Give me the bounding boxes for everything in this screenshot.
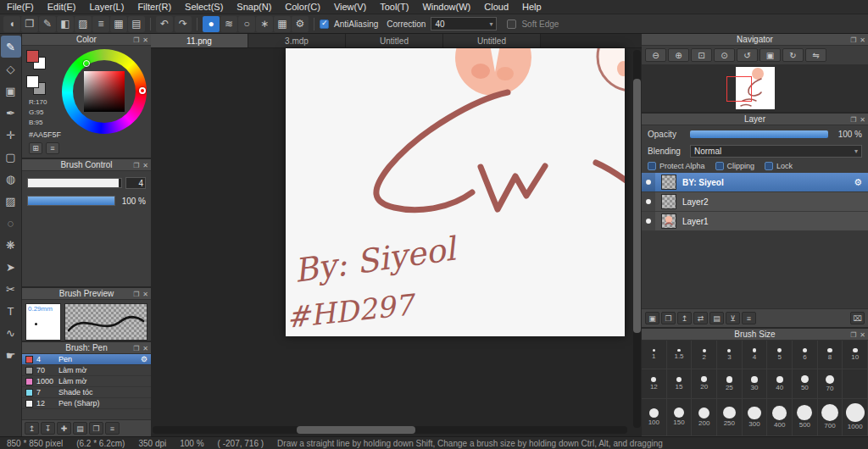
brush-size-option-1000[interactable]: 1000 [843, 399, 868, 437]
zoom-actual-icon[interactable]: ⊙ [714, 48, 735, 62]
brush-size-option-50[interactable]: 50 [793, 369, 818, 398]
brush-tool-icon[interactable]: ✎ [1, 36, 21, 58]
layer-settings-icon[interactable]: ≡ [742, 312, 756, 324]
menu-edit-e[interactable]: Edit(E) [41, 0, 83, 14]
layer-up-icon[interactable]: ↥ [677, 312, 692, 324]
menu-window-w[interactable]: Window(W) [415, 0, 477, 14]
brush-ring-icon[interactable]: ○ [238, 16, 255, 32]
brush-size-value[interactable]: 4 [125, 177, 146, 189]
protect-alpha-checkbox[interactable] [648, 162, 656, 170]
brush-row-pen-sharp[interactable]: 12Pen (Sharp) [22, 398, 151, 409]
layer-visibility-toggle[interactable] [642, 173, 655, 191]
brush-opacity-slider[interactable] [27, 196, 115, 206]
menu-help[interactable]: Help [515, 0, 548, 14]
brush-size-option-25[interactable]: 25 [717, 369, 743, 398]
float-panel-icon[interactable]: ❐ [850, 36, 856, 44]
eraser-tool-icon[interactable]: ◇ [1, 58, 21, 80]
hue-wheel[interactable] [62, 49, 147, 134]
saturation-value-square[interactable] [84, 71, 125, 112]
navigator-view-rectangle[interactable] [726, 76, 752, 102]
float-panel-icon[interactable]: ❐ [850, 116, 856, 124]
move-tool-icon[interactable]: ✛ [1, 124, 21, 146]
brush-circle-icon[interactable]: ● [203, 16, 220, 32]
menu-snap-n[interactable]: Snap(N) [230, 0, 278, 14]
text-tool-icon[interactable]: T [1, 300, 21, 322]
palette-button[interactable]: ⊞ [29, 142, 42, 154]
divide-tool-icon[interactable]: ✂ [1, 278, 21, 300]
sv-cursor[interactable] [83, 60, 90, 67]
float-panel-icon[interactable]: ❐ [133, 36, 139, 44]
brush-size-option-4[interactable]: 4 [743, 341, 768, 369]
new-layer-icon[interactable]: ▣ [645, 312, 659, 324]
brush-size-option-6[interactable]: 6 [793, 341, 818, 369]
vertical-scrollbar-thumb[interactable] [633, 79, 641, 333]
merge-layer-icon[interactable]: ⊻ [726, 312, 740, 324]
layer-settings-gear-icon[interactable]: ⚙ [854, 177, 862, 188]
brush-size-slider[interactable] [27, 178, 122, 188]
layer-visibility-toggle[interactable] [642, 212, 655, 230]
layer-opacity-slider[interactable] [690, 130, 828, 138]
close-panel-icon[interactable]: ✕ [860, 331, 865, 339]
delete-layer-icon[interactable]: ⌧ [850, 312, 865, 324]
brush-size-option-15[interactable]: 15 [667, 369, 693, 398]
brush-edit-gear-icon[interactable]: ⚙ [141, 355, 147, 363]
secondary-fg-swatch[interactable] [26, 75, 39, 88]
close-panel-icon[interactable]: ✕ [142, 291, 148, 298]
layer-row-layer1[interactable]: Layer1 [642, 212, 868, 231]
blending-dropdown[interactable]: Normal ▾ [690, 145, 862, 158]
brush-size-option-300[interactable]: 300 [743, 399, 768, 437]
duplicate-layer-icon[interactable]: ❐ [661, 312, 676, 324]
brush-up-icon[interactable]: ↥ [25, 422, 39, 435]
brush-row-l-m-m[interactable]: 1000Làm mờ [22, 376, 151, 387]
menu-layer-l[interactable]: Layer(L) [82, 0, 131, 14]
brush-size-option-12[interactable]: 12 [642, 369, 667, 398]
layer-transfer-icon[interactable]: ⇄ [693, 312, 708, 324]
grid-icon[interactable]: ▦ [110, 16, 127, 32]
horizontal-scrollbar[interactable] [153, 426, 627, 434]
clipboard-icon[interactable]: ❐ [21, 16, 38, 32]
brush-size-option-500[interactable]: 500 [793, 399, 818, 437]
soft-edge-checkbox[interactable] [507, 19, 516, 29]
brush-down-icon[interactable]: ↧ [41, 422, 55, 435]
zoom-in-icon[interactable]: ⊕ [668, 48, 689, 62]
gradient-tool-icon[interactable]: ▨ [1, 190, 21, 212]
rect-select-tool-icon[interactable]: ▢ [1, 146, 21, 168]
bucket-tool-icon[interactable]: ◍ [1, 168, 21, 190]
brush-size-option-70[interactable]: 70 [818, 369, 843, 398]
antialiasing-checkbox[interactable] [320, 19, 329, 29]
brush-size-option-5[interactable]: 5 [767, 341, 793, 369]
brush-scatter-icon[interactable]: ∗ [256, 16, 273, 32]
brush-size-option-150[interactable]: 150 [667, 399, 693, 437]
brush-strokes-icon[interactable]: ≋ [220, 16, 237, 32]
rotate-cw-icon[interactable]: ↻ [782, 48, 804, 62]
brush-size-option-20[interactable]: 20 [692, 369, 717, 398]
panel-layout-icon[interactable]: ▤ [128, 16, 145, 32]
magic-wand-tool-icon[interactable]: ❋ [1, 234, 21, 256]
brush-menu-icon[interactable]: ≡ [105, 422, 120, 435]
brush-settings-gear-icon[interactable]: ⚙ [292, 16, 309, 32]
close-panel-icon[interactable]: ✕ [860, 36, 865, 44]
brush-size-option-250[interactable]: 250 [717, 399, 743, 437]
clipping-checkbox[interactable] [715, 162, 724, 170]
brush-row-pen[interactable]: 4Pen⚙ [22, 354, 151, 365]
brush-size-option-1-5[interactable]: 1.5 [667, 341, 693, 369]
layer-row-by-siyeol[interactable]: BY: Siyeol⚙ [642, 173, 868, 192]
menu-select-s[interactable]: Select(S) [178, 0, 230, 14]
float-panel-icon[interactable]: ❐ [850, 331, 856, 339]
tab-untitled-2[interactable]: Untitled [346, 34, 443, 47]
layer-row-layer2[interactable]: Layer2 [642, 192, 868, 212]
tab-untitled-3[interactable]: Untitled [443, 34, 541, 47]
menu-color-c[interactable]: Color(C) [278, 0, 327, 14]
brush-size-option-10[interactable]: 10 [843, 341, 868, 369]
close-panel-icon[interactable]: ✕ [860, 116, 865, 124]
correction-dropdown[interactable]: 40 ▾ [431, 17, 497, 30]
flip-horizontal-icon[interactable]: ⇋ [805, 48, 826, 62]
pen-tool-icon[interactable]: ✒ [1, 102, 21, 124]
rotate-reset-icon[interactable]: ▣ [760, 48, 781, 62]
brush-size-option-8[interactable]: 8 [818, 341, 843, 369]
stack-icon[interactable]: ≡ [92, 16, 109, 32]
brush-size-option-1[interactable]: 1 [642, 341, 667, 369]
close-panel-icon[interactable]: ✕ [142, 162, 148, 169]
curve-tool-icon[interactable]: ∿ [1, 322, 21, 344]
tab-3-mdp-1[interactable]: 3.mdp [248, 34, 346, 47]
